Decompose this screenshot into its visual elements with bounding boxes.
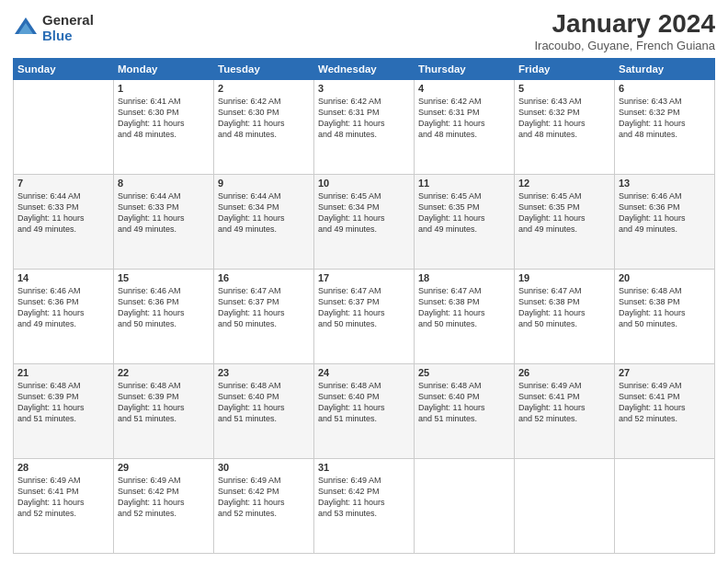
day-info: Sunrise: 6:46 AM Sunset: 6:36 PM Dayligh… [619,190,711,236]
day-number: 13 [619,178,711,189]
day-info: Sunrise: 6:41 AM Sunset: 6:30 PM Dayligh… [118,96,210,141]
day-info: Sunrise: 6:47 AM Sunset: 6:37 PM Dayligh… [218,285,310,330]
day-info: Sunrise: 6:42 AM Sunset: 6:31 PM Dayligh… [418,96,510,141]
day-info: Sunrise: 6:42 AM Sunset: 6:30 PM Dayligh… [218,96,310,141]
logo-general-text: General [42,13,94,29]
col-tuesday: Tuesday [214,59,314,80]
day-number: 17 [318,272,410,283]
day-number: 4 [418,83,510,94]
logo-icon [13,16,39,41]
table-row: 23Sunrise: 6:48 AM Sunset: 6:40 PM Dayli… [214,364,314,459]
day-info: Sunrise: 6:48 AM Sunset: 6:39 PM Dayligh… [17,380,109,425]
day-info: Sunrise: 6:49 AM Sunset: 6:42 PM Dayligh… [118,475,210,520]
table-row: 28Sunrise: 6:49 AM Sunset: 6:41 PM Dayli… [14,459,114,554]
table-row: 1Sunrise: 6:41 AM Sunset: 6:30 PM Daylig… [114,80,214,175]
day-info: Sunrise: 6:46 AM Sunset: 6:36 PM Dayligh… [17,285,109,330]
day-info: Sunrise: 6:47 AM Sunset: 6:38 PM Dayligh… [518,285,610,330]
day-number: 29 [118,462,210,473]
table-row: 22Sunrise: 6:48 AM Sunset: 6:39 PM Dayli… [114,364,214,459]
day-number: 31 [318,462,410,473]
day-number: 24 [318,367,410,378]
logo: General Blue [13,13,94,43]
header-row: Sunday Monday Tuesday Wednesday Thursday… [14,59,715,80]
table-row [14,80,114,175]
table-row: 25Sunrise: 6:48 AM Sunset: 6:40 PM Dayli… [415,364,515,459]
table-row: 18Sunrise: 6:47 AM Sunset: 6:38 PM Dayli… [415,270,515,364]
day-number: 20 [619,272,711,283]
day-info: Sunrise: 6:49 AM Sunset: 6:42 PM Dayligh… [318,475,410,520]
day-number: 27 [619,367,711,378]
table-row: 15Sunrise: 6:46 AM Sunset: 6:36 PM Dayli… [114,270,214,364]
day-number: 15 [118,272,210,283]
table-row: 14Sunrise: 6:46 AM Sunset: 6:36 PM Dayli… [14,270,114,364]
day-info: Sunrise: 6:46 AM Sunset: 6:36 PM Dayligh… [118,285,210,330]
col-friday: Friday [515,59,615,80]
table-row: 8Sunrise: 6:44 AM Sunset: 6:33 PM Daylig… [114,175,214,270]
table-row: 29Sunrise: 6:49 AM Sunset: 6:42 PM Dayli… [114,459,214,554]
table-row: 2Sunrise: 6:42 AM Sunset: 6:30 PM Daylig… [214,80,314,175]
day-info: Sunrise: 6:44 AM Sunset: 6:33 PM Dayligh… [118,190,210,236]
table-row: 19Sunrise: 6:47 AM Sunset: 6:38 PM Dayli… [515,270,615,364]
day-number: 18 [418,272,510,283]
col-thursday: Thursday [415,59,515,80]
day-info: Sunrise: 6:47 AM Sunset: 6:38 PM Dayligh… [418,285,510,330]
day-number: 5 [518,83,610,94]
month-year-title: January 2024 [534,9,715,39]
day-info: Sunrise: 6:49 AM Sunset: 6:42 PM Dayligh… [218,475,310,520]
col-monday: Monday [114,59,214,80]
title-block: January 2024 Iracoubo, Guyane, French Gu… [534,9,715,52]
calendar-week-row: 1Sunrise: 6:41 AM Sunset: 6:30 PM Daylig… [14,80,715,175]
day-number: 9 [218,178,310,189]
day-number: 19 [518,272,610,283]
table-row: 13Sunrise: 6:46 AM Sunset: 6:36 PM Dayli… [615,175,715,270]
day-number: 3 [318,83,410,94]
table-row: 21Sunrise: 6:48 AM Sunset: 6:39 PM Dayli… [14,364,114,459]
day-number: 11 [418,178,510,189]
page: General Blue January 2024 Iracoubo, Guya… [0,0,728,563]
day-info: Sunrise: 6:48 AM Sunset: 6:40 PM Dayligh… [218,380,310,425]
table-row: 30Sunrise: 6:49 AM Sunset: 6:42 PM Dayli… [214,459,314,554]
day-number: 28 [17,462,109,473]
day-info: Sunrise: 6:48 AM Sunset: 6:39 PM Dayligh… [118,380,210,425]
table-row: 3Sunrise: 6:42 AM Sunset: 6:31 PM Daylig… [314,80,415,175]
day-info: Sunrise: 6:44 AM Sunset: 6:34 PM Dayligh… [218,190,310,236]
calendar-week-row: 14Sunrise: 6:46 AM Sunset: 6:36 PM Dayli… [14,270,715,364]
day-info: Sunrise: 6:45 AM Sunset: 6:35 PM Dayligh… [418,190,510,236]
day-info: Sunrise: 6:44 AM Sunset: 6:33 PM Dayligh… [17,190,109,236]
table-row: 17Sunrise: 6:47 AM Sunset: 6:37 PM Dayli… [314,270,415,364]
table-row: 11Sunrise: 6:45 AM Sunset: 6:35 PM Dayli… [415,175,515,270]
table-row: 24Sunrise: 6:48 AM Sunset: 6:40 PM Dayli… [314,364,415,459]
table-row [415,459,515,554]
day-info: Sunrise: 6:49 AM Sunset: 6:41 PM Dayligh… [17,475,109,520]
day-number: 1 [118,83,210,94]
day-number: 6 [619,83,711,94]
table-row: 5Sunrise: 6:43 AM Sunset: 6:32 PM Daylig… [515,80,615,175]
day-number: 10 [318,178,410,189]
calendar-week-row: 7Sunrise: 6:44 AM Sunset: 6:33 PM Daylig… [14,175,715,270]
col-wednesday: Wednesday [314,59,415,80]
day-info: Sunrise: 6:45 AM Sunset: 6:35 PM Dayligh… [518,190,610,236]
calendar-week-row: 28Sunrise: 6:49 AM Sunset: 6:41 PM Dayli… [14,459,715,554]
day-info: Sunrise: 6:45 AM Sunset: 6:34 PM Dayligh… [318,190,410,236]
table-row: 20Sunrise: 6:48 AM Sunset: 6:38 PM Dayli… [615,270,715,364]
table-row: 27Sunrise: 6:49 AM Sunset: 6:41 PM Dayli… [615,364,715,459]
day-number: 8 [118,178,210,189]
calendar-table: Sunday Monday Tuesday Wednesday Thursday… [13,58,715,554]
day-info: Sunrise: 6:43 AM Sunset: 6:32 PM Dayligh… [619,96,711,141]
table-row: 10Sunrise: 6:45 AM Sunset: 6:34 PM Dayli… [314,175,415,270]
table-row: 26Sunrise: 6:49 AM Sunset: 6:41 PM Dayli… [515,364,615,459]
day-number: 30 [218,462,310,473]
day-number: 2 [218,83,310,94]
day-info: Sunrise: 6:49 AM Sunset: 6:41 PM Dayligh… [619,380,711,425]
day-info: Sunrise: 6:48 AM Sunset: 6:40 PM Dayligh… [418,380,510,425]
day-number: 25 [418,367,510,378]
table-row: 6Sunrise: 6:43 AM Sunset: 6:32 PM Daylig… [615,80,715,175]
location-subtitle: Iracoubo, Guyane, French Guiana [534,39,715,52]
day-info: Sunrise: 6:48 AM Sunset: 6:38 PM Dayligh… [619,285,711,330]
header: General Blue January 2024 Iracoubo, Guya… [13,9,715,52]
day-number: 7 [17,178,109,189]
day-info: Sunrise: 6:47 AM Sunset: 6:37 PM Dayligh… [318,285,410,330]
day-number: 16 [218,272,310,283]
table-row: 12Sunrise: 6:45 AM Sunset: 6:35 PM Dayli… [515,175,615,270]
calendar-week-row: 21Sunrise: 6:48 AM Sunset: 6:39 PM Dayli… [14,364,715,459]
